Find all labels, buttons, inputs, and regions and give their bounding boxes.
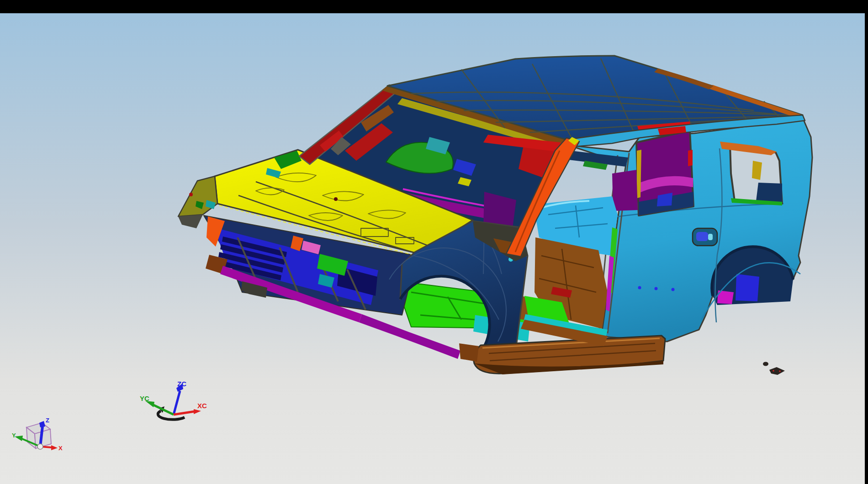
wcs-z-label: ZC [177,380,186,388]
top-bar [0,0,868,13]
view-y-label: Y [12,432,16,439]
right-bar [865,0,868,484]
cad-application-window: ZC YC XC Z Y X [0,0,868,484]
wcs-y-label: YC [140,395,149,402]
viewport-3d[interactable]: ZC YC XC Z Y X [0,0,868,484]
wcs-x-label: XC [197,402,207,410]
view-x-label: X [58,445,63,452]
view-z-label: Z [46,417,49,424]
rear-door-window-opening [636,131,693,216]
door-handle-pocket [693,228,717,246]
